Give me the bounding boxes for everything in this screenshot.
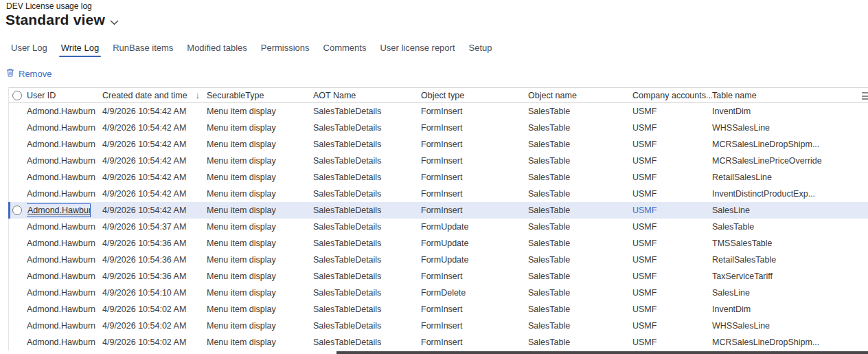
cell-securable-type[interactable]: Menu item display (207, 239, 313, 248)
tab-comments[interactable]: Comments (321, 43, 369, 59)
table-row[interactable]: Admond.Hawburn4/9/2026 10:54:37 AMMenu i… (9, 219, 868, 235)
table-row[interactable]: Admond.Hawburn4/9/2026 10:54:42 AMMenu i… (9, 120, 868, 136)
cell-user-id[interactable]: Admond.Hawburn (27, 222, 102, 232)
cell-created[interactable]: 4/9/2026 10:54:36 AM (102, 255, 207, 265)
cell-company[interactable]: USMF (632, 140, 712, 149)
view-selector-button[interactable]: Standard view (5, 12, 119, 28)
tab-modified-tables[interactable]: Modified tables (185, 43, 249, 59)
cell-table-name[interactable]: SalesLine (712, 206, 868, 215)
cell-company[interactable]: USMF (632, 107, 712, 116)
cell-securable-type[interactable]: Menu item display (207, 222, 313, 232)
table-row[interactable]: Admond.Hawburn4/9/2026 10:54:10 AMMenu i… (9, 285, 868, 301)
column-header-company-accounts[interactable]: Company accounts... (632, 91, 712, 100)
cell-user-id[interactable]: Admond.Hawburn (27, 189, 102, 199)
cell-company[interactable]: USMF (632, 156, 712, 166)
cell-object-name[interactable]: SalesTable (528, 338, 632, 347)
cell-created[interactable]: 4/9/2026 10:54:42 AM (102, 123, 207, 133)
cell-aot-name[interactable]: SalesTableDetails (313, 140, 421, 149)
cell-object-type[interactable]: FormInsert (421, 156, 528, 166)
table-row[interactable]: Admond.Hawburn4/9/2026 10:54:42 AMMenu i… (9, 136, 868, 153)
cell-aot-name[interactable]: SalesTableDetails (313, 305, 421, 314)
cell-table-name[interactable]: TMSSalesTable (712, 239, 868, 248)
cell-securable-type[interactable]: Menu item display (207, 140, 313, 149)
cell-object-name[interactable]: SalesTable (528, 123, 632, 133)
cell-securable-type[interactable]: Menu item display (207, 206, 313, 215)
cell-company[interactable]: USMF (632, 206, 712, 215)
cell-securable-type[interactable]: Menu item display (207, 123, 313, 133)
cell-object-name[interactable]: SalesTable (528, 140, 632, 149)
cell-aot-name[interactable]: SalesTableDetails (313, 272, 421, 281)
row-radio[interactable] (12, 206, 22, 215)
cell-aot-name[interactable]: SalesTableDetails (313, 123, 421, 133)
table-row[interactable]: Admond.Hawburn4/9/2026 10:54:42 AMMenu i… (9, 202, 868, 219)
tab-permissions[interactable]: Permissions (259, 43, 312, 59)
cell-object-type[interactable]: FormInsert (421, 173, 528, 182)
cell-securable-type[interactable]: Menu item display (207, 156, 313, 166)
cell-securable-type[interactable]: Menu item display (207, 272, 313, 281)
cell-object-type[interactable]: FormDelete (421, 288, 528, 298)
cell-user-id[interactable]: Admond.Hawburn (27, 107, 102, 116)
cell-created[interactable]: 4/9/2026 10:54:42 AM (102, 140, 207, 149)
cell-securable-type[interactable]: Menu item display (207, 305, 313, 314)
cell-securable-type[interactable]: Menu item display (207, 288, 313, 298)
cell-created[interactable]: 4/9/2026 10:54:42 AM (102, 173, 207, 182)
column-header-user-id[interactable]: User ID (27, 91, 102, 100)
cell-aot-name[interactable]: SalesTableDetails (313, 321, 421, 331)
cell-company[interactable]: USMF (632, 288, 712, 298)
cell-table-name[interactable]: TaxServiceTariff (712, 272, 868, 281)
cell-company[interactable]: USMF (632, 255, 712, 265)
cell-aot-name[interactable]: SalesTableDetails (313, 338, 421, 347)
cell-object-type[interactable]: FormInsert (421, 206, 528, 215)
grid-options-icon[interactable] (862, 91, 868, 100)
cell-table-name[interactable]: InventDistinctProductExp... (712, 189, 868, 199)
cell-company[interactable]: USMF (632, 305, 712, 314)
cell-object-name[interactable]: SalesTable (528, 189, 632, 199)
cell-table-name[interactable]: SalesTable (712, 222, 868, 232)
cell-object-type[interactable]: FormInsert (421, 338, 528, 347)
cell-user-id[interactable]: Admond.Hawburn (27, 239, 102, 248)
cell-company[interactable]: USMF (632, 123, 712, 133)
cell-securable-type[interactable]: Menu item display (207, 189, 313, 199)
column-header-object-name[interactable]: Object name (528, 91, 632, 100)
cell-company[interactable]: USMF (632, 222, 712, 232)
table-row[interactable]: Admond.Hawburn4/9/2026 10:54:36 AMMenu i… (9, 252, 868, 268)
cell-user-id[interactable]: Admond.Hawburn (27, 321, 102, 331)
cell-created[interactable]: 4/9/2026 10:54:42 AM (102, 189, 207, 199)
cell-object-type[interactable]: FormInsert (421, 305, 528, 314)
column-header-object-type[interactable]: Object type (421, 91, 528, 100)
cell-object-type[interactable]: FormInsert (421, 321, 528, 331)
cell-aot-name[interactable]: SalesTableDetails (313, 255, 421, 265)
cell-object-type[interactable]: FormInsert (421, 272, 528, 281)
cell-table-name[interactable]: SalesLine (712, 288, 868, 298)
cell-object-name[interactable]: SalesTable (528, 305, 632, 314)
cell-user-id[interactable]: Admond.Hawburn (27, 173, 102, 182)
cell-created[interactable]: 4/9/2026 10:54:42 AM (102, 107, 207, 116)
table-row[interactable]: Admond.Hawburn4/9/2026 10:54:42 AMMenu i… (9, 153, 868, 169)
cell-securable-type[interactable]: Menu item display (207, 173, 313, 182)
cell-user-id[interactable]: Admond.Hawburn (27, 338, 102, 347)
table-row[interactable]: Admond.Hawburn4/9/2026 10:54:02 AMMenu i… (9, 334, 868, 351)
cell-table-name[interactable]: InventDim (712, 305, 868, 314)
tab-setup[interactable]: Setup (467, 43, 494, 59)
cell-user-id[interactable]: Admond.Hawburn (27, 203, 102, 217)
cell-created[interactable]: 4/9/2026 10:54:42 AM (102, 206, 207, 215)
cell-aot-name[interactable]: SalesTableDetails (313, 239, 421, 248)
table-row[interactable]: Admond.Hawburn4/9/2026 10:54:36 AMMenu i… (9, 235, 868, 252)
cell-object-name[interactable]: SalesTable (528, 222, 632, 232)
cell-company[interactable]: USMF (632, 272, 712, 281)
cell-table-name[interactable]: MCRSalesLineDropShipm... (712, 338, 868, 347)
cell-aot-name[interactable]: SalesTableDetails (313, 107, 421, 116)
column-header-created-date-and-time[interactable]: Created date and time↓ (102, 90, 207, 100)
tab-user-license-report[interactable]: User license report (378, 43, 457, 59)
cell-table-name[interactable]: WHSSalesLine (712, 321, 868, 331)
cell-aot-name[interactable]: SalesTableDetails (313, 173, 421, 182)
horizontal-scrollbar[interactable] (0, 351, 868, 354)
cell-user-id[interactable]: Admond.Hawburn (27, 255, 102, 265)
cell-object-name[interactable]: SalesTable (528, 107, 632, 116)
cell-table-name[interactable]: InventDim (712, 107, 868, 116)
cell-aot-name[interactable]: SalesTableDetails (313, 156, 421, 166)
select-all-cell[interactable] (9, 91, 27, 100)
cell-company[interactable]: USMF (632, 189, 712, 199)
cell-object-name[interactable]: SalesTable (528, 239, 632, 248)
cell-created[interactable]: 4/9/2026 10:54:02 AM (102, 338, 207, 347)
